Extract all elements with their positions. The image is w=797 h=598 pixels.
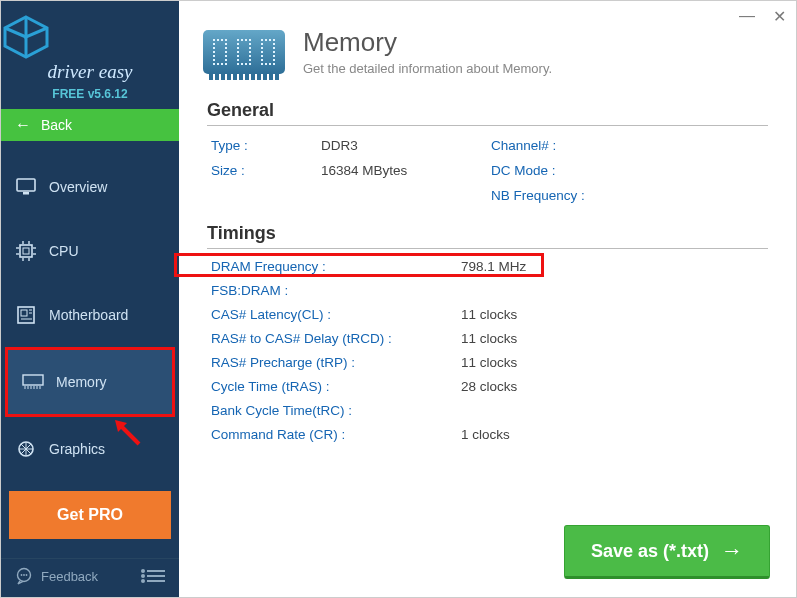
svg-rect-2 (23, 192, 29, 195)
save-label: Save as (*.txt) (591, 541, 709, 562)
ram-chip-icon (203, 30, 285, 74)
value-dram: 798.1 MHz (461, 259, 621, 274)
value-cr: 1 clocks (461, 427, 621, 442)
window-controls: — ✕ (739, 7, 786, 26)
main-panel: — ✕ Memory Get the detailed information … (179, 1, 796, 597)
brand-version: FREE v5.6.12 (1, 87, 179, 101)
label-channel: Channel# : (491, 138, 631, 153)
feedback-label: Feedback (41, 569, 98, 584)
general-section: General Type : DDR3 Channel# : Size : 16… (179, 100, 796, 221)
label-trcd: RAS# to CAS# Delay (tRCD) : (211, 331, 461, 346)
value-size: 16384 MBytes (321, 163, 491, 178)
memory-icon (22, 371, 44, 393)
svg-point-31 (21, 574, 23, 576)
label-trc: Bank Cycle Time(tRC) : (211, 403, 461, 418)
sidebar-item-label: Overview (49, 179, 107, 195)
value-dcmode (631, 163, 768, 178)
cpu-icon (15, 240, 37, 262)
label-cr: Command Rate (CR) : (211, 427, 461, 442)
brand-block: driver easy FREE v5.6.12 (1, 1, 179, 109)
svg-rect-13 (18, 307, 34, 323)
label-fsb: FSB:DRAM : (211, 283, 461, 298)
close-button[interactable]: ✕ (773, 7, 786, 26)
value-cas: 11 clocks (461, 307, 621, 322)
sidebar-item-cpu[interactable]: CPU (1, 219, 179, 283)
value-type: DDR3 (321, 138, 491, 153)
arrow-right-icon: → (721, 538, 743, 564)
sidebar-item-label: Memory (56, 374, 107, 390)
label-dcmode: DC Mode : (491, 163, 631, 178)
sidebar-item-overview[interactable]: Overview (1, 155, 179, 219)
label-trp: RAS# Precharge (tRP) : (211, 355, 461, 370)
svg-point-32 (23, 574, 25, 576)
sidebar-item-label: Graphics (49, 441, 105, 457)
label-nbfreq: NB Frequency : (491, 188, 631, 203)
value-nbfreq (631, 188, 768, 203)
menu-icon[interactable] (147, 570, 165, 582)
graphics-icon (15, 438, 37, 460)
value-trcd: 11 clocks (461, 331, 621, 346)
brand-name: driver easy (1, 61, 179, 83)
sidebar-footer: Feedback (1, 558, 179, 597)
svg-point-33 (26, 574, 28, 576)
label-dram: DRAM Frequency : (211, 259, 461, 274)
save-as-txt-button[interactable]: Save as (*.txt) → (564, 525, 770, 579)
value-trp: 11 clocks (461, 355, 621, 370)
svg-rect-3 (20, 245, 32, 257)
back-button[interactable]: ← Back (1, 109, 179, 141)
svg-rect-18 (23, 375, 43, 385)
sidebar-item-memory[interactable]: Memory (8, 350, 172, 414)
motherboard-icon (15, 304, 37, 326)
feedback-button[interactable]: Feedback (15, 567, 98, 585)
page-title: Memory (303, 27, 552, 58)
label-cas: CAS# Latency(CL) : (211, 307, 461, 322)
sidebar-item-label: Motherboard (49, 307, 128, 323)
svg-rect-14 (21, 310, 27, 316)
monitor-icon (15, 176, 37, 198)
sidebar-item-graphics[interactable]: Graphics (1, 417, 179, 481)
minimize-button[interactable]: — (739, 7, 755, 26)
label-size: Size : (211, 163, 321, 178)
label-type: Type : (211, 138, 321, 153)
label-tras: Cycle Time (tRAS) : (211, 379, 461, 394)
page-subtitle: Get the detailed information about Memor… (303, 61, 552, 76)
value-trc (461, 403, 621, 418)
sidebar: driver easy FREE v5.6.12 ← Back Overview… (1, 1, 179, 597)
logo-icon (1, 15, 51, 59)
svg-rect-4 (23, 248, 29, 254)
back-arrow-icon: ← (15, 116, 31, 134)
page-header: Memory Get the detailed information abou… (179, 1, 796, 98)
value-channel (631, 138, 768, 153)
svg-rect-1 (17, 179, 35, 191)
sidebar-item-label: CPU (49, 243, 79, 259)
timings-section: Timings DRAM Frequency : 798.1 MHz FSB:D… (179, 223, 796, 442)
chat-icon (15, 567, 33, 585)
back-label: Back (41, 117, 72, 133)
sidebar-item-motherboard[interactable]: Motherboard (1, 283, 179, 347)
section-title-general: General (207, 100, 768, 126)
nav: Overview CPU Motherboard Me (1, 141, 179, 481)
section-title-timings: Timings (207, 223, 768, 249)
value-tras: 28 clocks (461, 379, 621, 394)
get-pro-button[interactable]: Get PRO (9, 491, 171, 539)
value-fsb (461, 283, 621, 298)
